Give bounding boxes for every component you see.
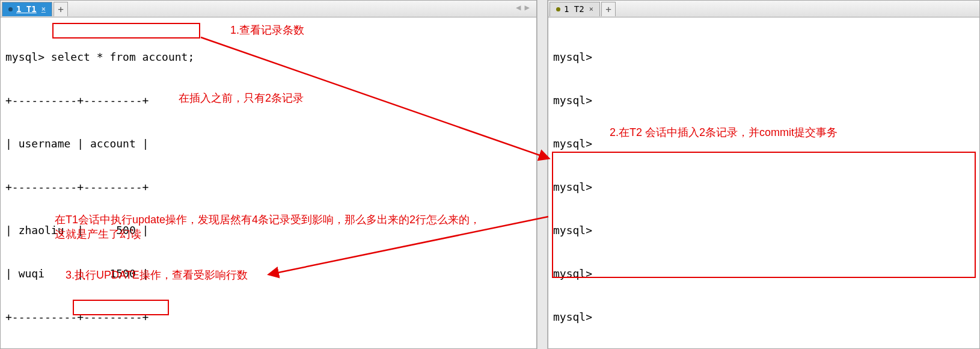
t2-line: mysql> — [553, 93, 975, 108]
t2-line: mysql> — [553, 267, 975, 281]
tabbar-right: 1 T2 × + — [548, 1, 979, 17]
nav-left-icon[interactable]: ◀ — [516, 2, 521, 12]
nav-right-icon[interactable]: ▶ — [524, 2, 529, 12]
tab-nav-arrows[interactable]: ◀ ▶ — [516, 2, 530, 12]
tab-t1-close-icon[interactable]: × — [41, 5, 46, 13]
t2-line: mysql> — [553, 50, 975, 64]
t1-line: +----------+---------+ — [5, 310, 531, 324]
tab-t2-label: 1 T2 — [564, 4, 584, 14]
pane-t1: 1 T1 × + mysql> select * from account; +… — [0, 0, 537, 349]
unsaved-dot-icon — [8, 7, 13, 11]
t2-line: mysql> — [553, 223, 975, 238]
t1-line: | username | account | — [5, 137, 531, 151]
t1-line: +----------+---------+ — [5, 93, 531, 108]
tab-t2-close-icon[interactable]: × — [589, 5, 593, 13]
tab-add-right[interactable]: + — [601, 2, 616, 16]
tab-add-left[interactable]: + — [54, 2, 68, 16]
t2-line: mysql> — [553, 137, 975, 151]
tab-t1[interactable]: 1 T1 × — [2, 2, 52, 16]
terminal-t2[interactable]: mysql> mysql> mysql> mysql> mysql> mysql… — [548, 17, 979, 349]
pane-t2: 1 T2 × + mysql> mysql> mysql> mysql> mys… — [548, 0, 980, 349]
t1-line: | zhaoliu | 500 | — [5, 223, 531, 238]
t2-line: mysql> — [553, 180, 975, 194]
pane-divider[interactable] — [537, 0, 548, 349]
terminal-t1[interactable]: mysql> select * from account; +---------… — [1, 17, 536, 349]
tab-t2[interactable]: 1 T2 × — [550, 2, 600, 16]
unsaved-dot-icon — [556, 7, 560, 11]
t2-line: mysql> — [553, 310, 975, 324]
tabbar-left: 1 T1 × + — [1, 1, 536, 17]
tab-t1-label: 1 T1 — [16, 4, 37, 14]
t1-line: mysql> select * from account; — [5, 50, 531, 64]
t1-line: +----------+---------+ — [5, 180, 531, 194]
t1-line: | wuqi | 1500 | — [5, 267, 531, 281]
